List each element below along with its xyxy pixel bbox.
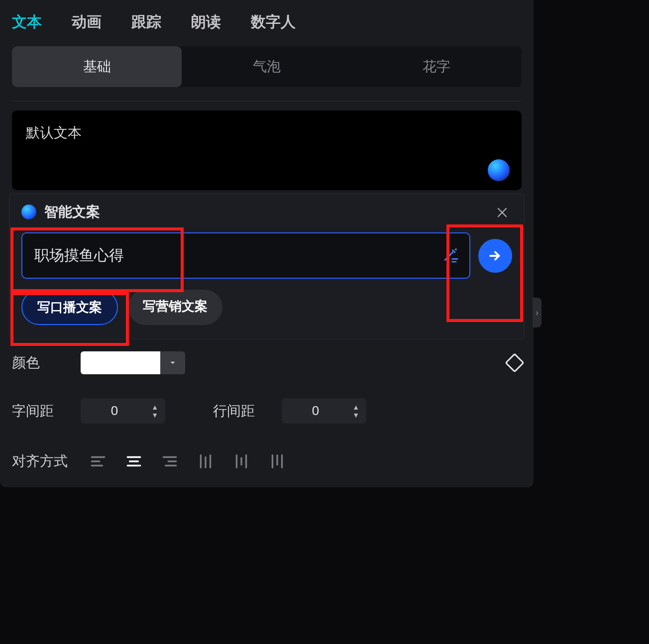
- align-right-icon[interactable]: [153, 447, 186, 475]
- letter-spacing-label: 字间距: [12, 402, 67, 421]
- chip-marketing-copy[interactable]: 写营销文案: [128, 290, 222, 325]
- magic-wand-icon[interactable]: [442, 245, 459, 266]
- divider: [12, 101, 522, 102]
- prompt-input-value: 职场摸鱼心得: [34, 247, 124, 263]
- prompt-input[interactable]: 职场摸鱼心得: [21, 232, 470, 279]
- popup-title: 智能文案: [44, 203, 100, 221]
- ai-orb-icon[interactable]: [488, 159, 510, 181]
- collapse-handle-icon[interactable]: ›: [533, 298, 541, 327]
- color-picker[interactable]: [81, 351, 185, 374]
- tab-avatar[interactable]: 数字人: [251, 12, 296, 32]
- letter-spacing-value: 0: [81, 403, 148, 419]
- align-left-icon[interactable]: [82, 447, 114, 475]
- default-text-label: 默认文本: [26, 125, 82, 140]
- stepper-icon[interactable]: ▲▼: [349, 404, 362, 419]
- color-swatch-white[interactable]: [81, 351, 160, 374]
- tab-read[interactable]: 朗读: [191, 12, 221, 32]
- line-spacing-input[interactable]: 0 ▲▼: [282, 398, 366, 424]
- ai-orb-icon: [21, 205, 36, 219]
- align-label: 对齐方式: [12, 452, 68, 471]
- line-spacing-label: 行间距: [213, 402, 268, 421]
- subtab-bubble[interactable]: 气泡: [182, 46, 351, 87]
- sub-tab-bar: 基础 气泡 花字: [12, 46, 522, 87]
- valign-right-icon[interactable]: [261, 447, 294, 475]
- valign-left-icon[interactable]: [189, 447, 222, 475]
- close-icon[interactable]: [492, 203, 512, 222]
- align-center-icon[interactable]: [117, 447, 150, 475]
- subtab-fancy[interactable]: 花字: [352, 46, 522, 87]
- letter-spacing-input[interactable]: 0 ▲▼: [81, 398, 165, 424]
- text-preview-box[interactable]: 默认文本: [12, 110, 522, 190]
- subtab-basic[interactable]: 基础: [12, 46, 182, 87]
- send-button[interactable]: [478, 239, 512, 273]
- color-dropdown[interactable]: [160, 351, 185, 374]
- stepper-icon[interactable]: ▲▼: [148, 404, 161, 419]
- valign-center-icon[interactable]: [225, 447, 258, 475]
- tab-tracking[interactable]: 跟踪: [131, 12, 161, 32]
- chip-broadcast-copy[interactable]: 写口播文案: [21, 290, 118, 325]
- top-tab-bar: 文本 动画 跟踪 朗读 数字人: [0, 0, 534, 46]
- tab-animation[interactable]: 动画: [72, 12, 102, 32]
- line-spacing-value: 0: [282, 403, 349, 419]
- smart-copy-popup: 智能文案 职场摸鱼心得: [9, 193, 525, 339]
- tab-text[interactable]: 文本: [12, 12, 42, 32]
- keyframe-diamond-icon[interactable]: [505, 353, 525, 373]
- color-label: 颜色: [12, 353, 67, 372]
